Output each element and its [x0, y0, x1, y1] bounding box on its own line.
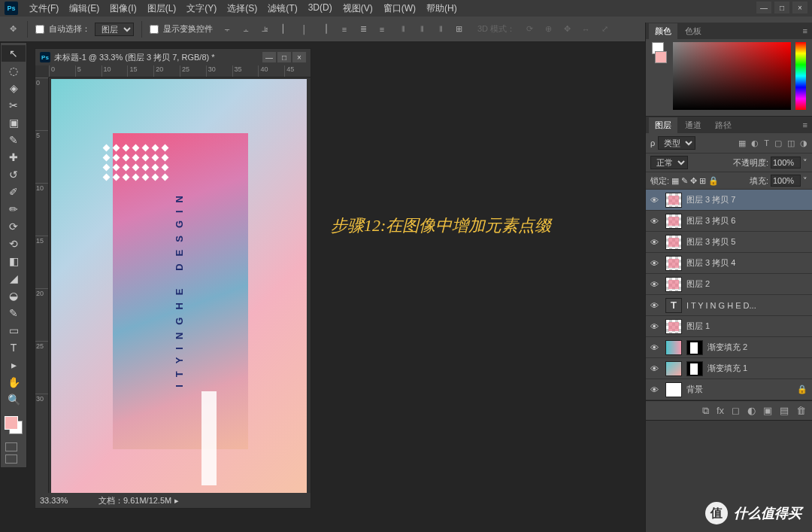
slide-icon[interactable]: ↔: [579, 23, 592, 36]
menu-选择[interactable]: 选择(S): [222, 0, 262, 17]
layer-fx-icon[interactable]: fx: [717, 405, 724, 416]
align-hcenter-icon[interactable]: │: [298, 23, 311, 36]
color-swatches[interactable]: [5, 416, 23, 434]
tab-paths[interactable]: 路径: [709, 117, 738, 133]
layer-row[interactable]: 👁图层 3 拷贝 7: [646, 190, 812, 211]
layer-row[interactable]: 👁TI T Y I N G H E D...: [646, 295, 812, 316]
opacity-input[interactable]: [771, 157, 801, 169]
color-panel-menu-icon[interactable]: ≡: [798, 26, 812, 35]
layer-row[interactable]: 👁图层 3 拷贝 5: [646, 232, 812, 253]
align-left-icon[interactable]: ▏: [279, 23, 292, 36]
layer-row[interactable]: 👁图层 3 拷贝 6: [646, 211, 812, 232]
hue-strip[interactable]: [795, 42, 806, 110]
layer-thumb[interactable]: [665, 382, 682, 397]
visibility-icon[interactable]: 👁: [650, 238, 661, 247]
lock-artboard-icon[interactable]: ⊞: [699, 176, 706, 186]
layer-row[interactable]: 👁图层 3 拷贝 4: [646, 253, 812, 274]
menu-编辑[interactable]: 编辑(E): [64, 0, 105, 17]
filter-text-icon[interactable]: T: [764, 138, 769, 148]
filter-pixel-icon[interactable]: ▦: [738, 138, 746, 148]
layer-thumb[interactable]: [665, 256, 682, 271]
auto-select-checkbox[interactable]: [35, 25, 44, 34]
screenmode-icon[interactable]: [5, 454, 17, 464]
pan-icon[interactable]: ✥: [560, 23, 574, 36]
tool-13[interactable]: ◢: [2, 270, 26, 287]
fill-arrow-icon[interactable]: ˅: [803, 176, 807, 186]
close-button[interactable]: ×: [792, 2, 807, 14]
ruler-vertical[interactable]: 051015202530: [35, 78, 49, 493]
minimize-button[interactable]: —: [756, 2, 771, 14]
adjustment-layer-icon[interactable]: ◐: [747, 405, 756, 416]
blend-mode-dropdown[interactable]: 正常: [650, 156, 688, 169]
layer-row[interactable]: 👁图层 1: [646, 316, 812, 337]
visibility-icon[interactable]: 👁: [650, 259, 661, 268]
menu-图像[interactable]: 图像(I): [105, 0, 141, 17]
layer-thumb[interactable]: T: [665, 298, 682, 313]
menu-视图[interactable]: 视图(V): [338, 0, 378, 17]
layer-thumb[interactable]: [665, 235, 682, 250]
document-titlebar[interactable]: Ps 未标题-1 @ 33.3% (图层 3 拷贝 7, RGB/8) * — …: [35, 49, 311, 65]
layer-mask-icon[interactable]: ◻: [732, 405, 740, 416]
arrange-icon[interactable]: ⊞: [452, 23, 465, 36]
lock-trans-icon[interactable]: ▦: [671, 176, 679, 186]
quickmask-icon[interactable]: [5, 442, 17, 451]
tool-6[interactable]: ✚: [2, 149, 26, 166]
visibility-icon[interactable]: 👁: [650, 301, 661, 310]
tool-15[interactable]: ✎: [2, 305, 26, 321]
tool-16[interactable]: ▭: [2, 322, 26, 339]
tab-channels[interactable]: 通道: [679, 117, 707, 133]
lock-paint-icon[interactable]: ✎: [681, 176, 688, 186]
tool-20[interactable]: 🔍: [2, 391, 26, 408]
tool-9[interactable]: ✏: [2, 201, 26, 217]
filter-smart-icon[interactable]: ◫: [787, 138, 795, 148]
layer-kind-dropdown[interactable]: 类型: [658, 136, 695, 150]
layer-mask-thumb[interactable]: [686, 340, 703, 355]
layer-mask-thumb[interactable]: [686, 361, 703, 376]
panel-bg-swatch[interactable]: [655, 51, 667, 63]
tool-3[interactable]: ✂: [2, 97, 26, 114]
show-transform-checkbox[interactable]: [150, 25, 159, 34]
lock-all-icon[interactable]: 🔒: [708, 176, 719, 186]
filter-adjust-icon[interactable]: ◐: [751, 138, 759, 148]
tool-8[interactable]: ✐: [2, 184, 26, 200]
visibility-icon[interactable]: 👁: [650, 196, 661, 205]
visibility-icon[interactable]: 👁: [650, 343, 661, 352]
new-layer-icon[interactable]: ▤: [780, 405, 789, 416]
doc-close-button[interactable]: ×: [292, 52, 306, 62]
menu-滤镜[interactable]: 滤镜(T): [262, 0, 302, 17]
tool-5[interactable]: ✎: [2, 132, 26, 148]
layer-group-icon[interactable]: ▣: [763, 405, 772, 416]
align-top-icon[interactable]: ⫟: [220, 23, 234, 36]
lock-pos-icon[interactable]: ✥: [690, 176, 697, 186]
align-vcenter-icon[interactable]: ⫠: [239, 23, 253, 36]
menu-图层[interactable]: 图层(L): [142, 0, 182, 17]
opacity-arrow-icon[interactable]: ˅: [803, 158, 807, 168]
tab-swatches[interactable]: 色板: [679, 23, 707, 39]
link-layers-icon[interactable]: ⧉: [702, 405, 709, 417]
tool-18[interactable]: ▸: [2, 357, 26, 373]
dist-left-icon[interactable]: ⦀: [396, 23, 410, 36]
align-bottom-icon[interactable]: ⫡: [258, 23, 271, 36]
tool-1[interactable]: ◌: [2, 62, 26, 79]
dist-right-icon[interactable]: ⦀: [434, 23, 447, 36]
color-field[interactable]: [673, 42, 791, 110]
orbit-icon[interactable]: ⟳: [523, 23, 536, 36]
dist-hcenter-icon[interactable]: ⦀: [415, 23, 429, 36]
maximize-button[interactable]: □: [774, 2, 789, 14]
visibility-icon[interactable]: 👁: [650, 322, 661, 331]
menu-文字[interactable]: 文字(Y): [181, 0, 222, 17]
layer-thumb[interactable]: [665, 193, 682, 208]
visibility-icon[interactable]: 👁: [650, 364, 661, 373]
tool-2[interactable]: ◈: [2, 80, 26, 96]
zoom3d-icon[interactable]: ⤢: [598, 23, 611, 36]
layer-thumb[interactable]: [665, 277, 682, 292]
menu-窗口[interactable]: 窗口(W): [378, 0, 421, 17]
visibility-icon[interactable]: 👁: [650, 385, 661, 394]
filter-shape-icon[interactable]: ▢: [774, 138, 782, 148]
layer-row[interactable]: 👁渐变填充 2: [646, 337, 812, 358]
filter-toggle-icon[interactable]: ◑: [800, 138, 807, 148]
fill-input[interactable]: [771, 175, 801, 187]
layer-row[interactable]: 👁渐变填充 1: [646, 358, 812, 379]
delete-layer-icon[interactable]: 🗑: [796, 405, 806, 416]
tool-7[interactable]: ↺: [2, 166, 26, 183]
